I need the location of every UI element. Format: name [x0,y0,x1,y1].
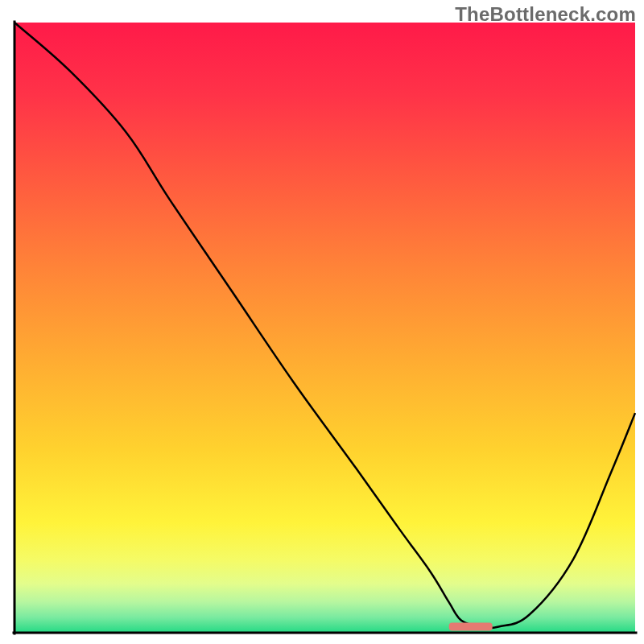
minimum-marker [449,622,493,630]
curve-layer [0,0,644,644]
chart-container: TheBottleneck.com [0,0,644,644]
bottleneck-curve [14,23,635,628]
